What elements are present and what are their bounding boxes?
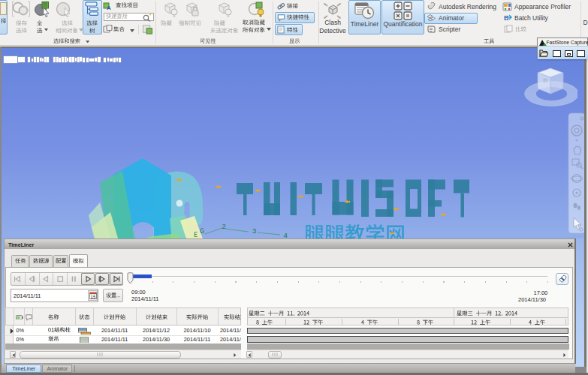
svg-text:B: B	[504, 14, 509, 22]
svg-text:15: 15	[90, 294, 95, 298]
svg-text:A: A	[107, 4, 111, 10]
